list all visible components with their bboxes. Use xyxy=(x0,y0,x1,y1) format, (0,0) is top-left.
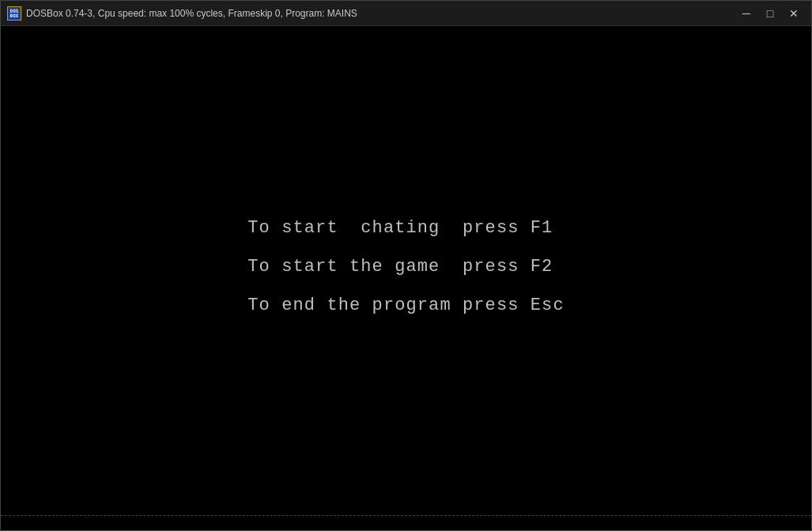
dos-line-2: To start the game press F2 xyxy=(247,257,553,277)
close-button[interactable]: ✕ xyxy=(783,5,805,22)
titlebar-title: DOSBox 0.74-3, Cpu speed: max 100% cycle… xyxy=(26,8,735,19)
dosbox-window: DOSBOX DOSBox 0.74-3, Cpu speed: max 100… xyxy=(0,0,812,531)
bottom-separator xyxy=(1,515,811,516)
dos-line-1: To start chating press F1 xyxy=(247,218,553,238)
dos-screen: To start chating press F1 To start the g… xyxy=(1,26,811,530)
maximize-button[interactable]: □ xyxy=(759,5,781,22)
titlebar: DOSBOX DOSBox 0.74-3, Cpu speed: max 100… xyxy=(1,1,811,26)
window-controls: ─ □ ✕ xyxy=(735,5,805,22)
dos-content: To start chating press F1 To start the g… xyxy=(247,218,564,315)
dos-line-3: To end the program press Esc xyxy=(247,296,564,315)
dosbox-icon: DOSBOX xyxy=(7,6,21,21)
minimize-button[interactable]: ─ xyxy=(735,5,757,22)
